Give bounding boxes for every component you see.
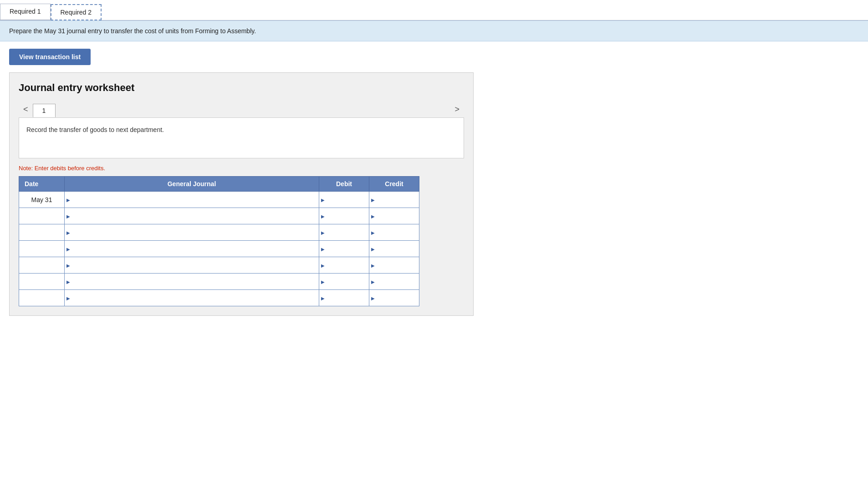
date-cell-2 xyxy=(19,224,65,241)
credit-input-6[interactable] xyxy=(369,290,419,306)
col-header-credit: Credit xyxy=(369,177,419,192)
next-arrow[interactable]: > xyxy=(450,101,464,117)
col-journal-label: General Journal xyxy=(168,180,216,188)
credit-input-0[interactable] xyxy=(369,192,419,208)
journal-tab-nav: < 1 > xyxy=(19,101,464,117)
debit-cell-3[interactable] xyxy=(319,241,369,257)
table-row xyxy=(19,290,419,306)
view-transaction-button[interactable]: View transaction list xyxy=(9,49,91,65)
credit-input-4[interactable] xyxy=(369,257,419,273)
credit-input-1[interactable] xyxy=(369,208,419,224)
tabs-container: Required 1 Required 2 xyxy=(0,0,868,20)
date-cell-4 xyxy=(19,257,65,274)
date-cell-0: May 31 xyxy=(19,192,65,208)
journal-cell-2[interactable] xyxy=(65,224,319,241)
journal-cell-0[interactable] xyxy=(65,192,319,208)
worksheet-container: Journal entry worksheet < 1 > Record the… xyxy=(9,72,474,316)
col-header-date: Date xyxy=(19,177,65,192)
journal-cell-1[interactable] xyxy=(65,208,319,224)
col-date-label: Date xyxy=(25,180,38,188)
credit-cell-1[interactable] xyxy=(369,208,419,224)
tab-required2[interactable]: Required 2 xyxy=(51,4,102,20)
date-cell-6 xyxy=(19,290,65,306)
tab-required2-label: Required 2 xyxy=(61,9,92,16)
debit-input-0[interactable] xyxy=(319,192,369,208)
prev-arrow[interactable]: < xyxy=(19,101,33,117)
description-box: Record the transfer of goods to next dep… xyxy=(19,117,464,158)
credit-cell-4[interactable] xyxy=(369,257,419,274)
journal-cell-5[interactable] xyxy=(65,274,319,290)
journal-table: Date General Journal Debit Credit May 31 xyxy=(19,176,419,306)
debit-cell-6[interactable] xyxy=(319,290,369,306)
worksheet-title: Journal entry worksheet xyxy=(19,82,464,94)
col-debit-label: Debit xyxy=(336,180,352,188)
table-row xyxy=(19,274,419,290)
journal-input-1[interactable] xyxy=(65,208,319,224)
debit-input-3[interactable] xyxy=(319,241,369,257)
journal-input-5[interactable] xyxy=(65,274,319,289)
table-row xyxy=(19,241,419,257)
credit-cell-5[interactable] xyxy=(369,274,419,290)
credit-cell-6[interactable] xyxy=(369,290,419,306)
journal-tab-1-label: 1 xyxy=(42,107,46,114)
description-text: Record the transfer of goods to next dep… xyxy=(26,126,164,133)
table-row xyxy=(19,208,419,224)
debit-input-2[interactable] xyxy=(319,224,369,240)
journal-cell-6[interactable] xyxy=(65,290,319,306)
debit-input-1[interactable] xyxy=(319,208,369,224)
debit-cell-2[interactable] xyxy=(319,224,369,241)
instruction-bar: Prepare the May 31 journal entry to tran… xyxy=(0,20,868,41)
instruction-text: Prepare the May 31 journal entry to tran… xyxy=(9,27,256,35)
date-cell-3 xyxy=(19,241,65,257)
table-row xyxy=(19,224,419,241)
date-cell-5 xyxy=(19,274,65,290)
debit-cell-5[interactable] xyxy=(319,274,369,290)
debit-cell-1[interactable] xyxy=(319,208,369,224)
credit-input-3[interactable] xyxy=(369,241,419,257)
debit-input-4[interactable] xyxy=(319,257,369,273)
journal-input-3[interactable] xyxy=(65,241,319,257)
journal-input-0[interactable] xyxy=(65,192,319,208)
credit-cell-0[interactable] xyxy=(369,192,419,208)
table-row xyxy=(19,257,419,274)
journal-input-2[interactable] xyxy=(65,224,319,240)
credit-cell-3[interactable] xyxy=(369,241,419,257)
col-header-journal: General Journal xyxy=(65,177,319,192)
note-text: Note: Enter debits before credits. xyxy=(19,165,464,172)
table-row: May 31 xyxy=(19,192,419,208)
col-header-debit: Debit xyxy=(319,177,369,192)
debit-input-6[interactable] xyxy=(319,290,369,306)
date-cell-1 xyxy=(19,208,65,224)
tab-required1-label: Required 1 xyxy=(10,8,41,15)
debit-input-5[interactable] xyxy=(319,274,369,289)
journal-cell-4[interactable] xyxy=(65,257,319,274)
journal-tab-1[interactable]: 1 xyxy=(33,104,56,117)
debit-cell-4[interactable] xyxy=(319,257,369,274)
credit-input-2[interactable] xyxy=(369,224,419,240)
col-credit-label: Credit xyxy=(385,180,403,188)
journal-cell-3[interactable] xyxy=(65,241,319,257)
debit-cell-0[interactable] xyxy=(319,192,369,208)
credit-cell-2[interactable] xyxy=(369,224,419,241)
journal-input-4[interactable] xyxy=(65,257,319,273)
credit-input-5[interactable] xyxy=(369,274,419,289)
view-transaction-label: View transaction list xyxy=(19,53,81,61)
journal-input-6[interactable] xyxy=(65,290,319,306)
tab-required1[interactable]: Required 1 xyxy=(0,4,51,20)
